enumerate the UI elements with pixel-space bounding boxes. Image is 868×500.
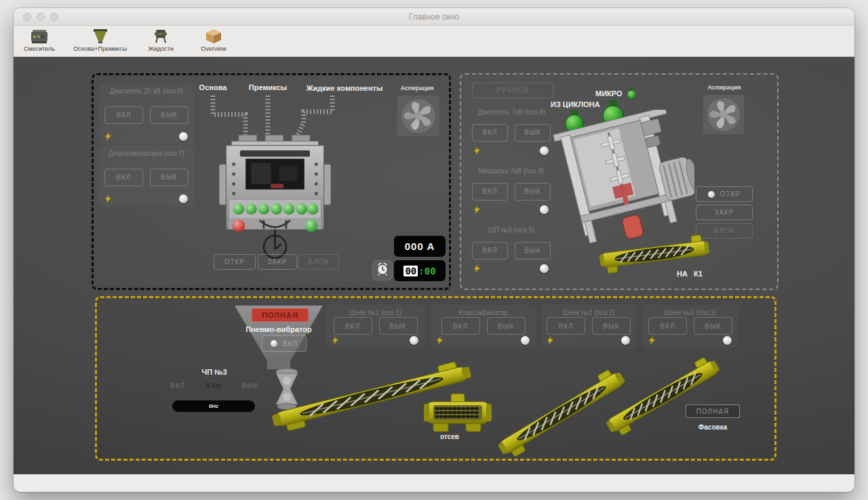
toolbar-item-mixer[interactable]: Смеситель <box>20 28 58 52</box>
current-display: 000 A <box>394 236 446 257</box>
off-button[interactable]: ВЫК <box>592 317 631 335</box>
power-icon <box>437 336 443 345</box>
off-button[interactable]: ВЫК <box>379 317 418 335</box>
toolbar-label: Жидости <box>149 45 174 52</box>
to-k1-label: НА К1 <box>677 270 703 278</box>
screw1-group: Шнек №1 (поз.1) ВКЛ ВЫК <box>326 305 425 348</box>
group-title: Шнек №2 (поз.2) <box>545 309 632 316</box>
micro-label: МИКРО <box>595 89 623 98</box>
aspiration-label: Аспирация <box>393 85 441 91</box>
group-title: Шнек №1 (поз.1) <box>330 309 420 316</box>
off-button[interactable]: ВЫК <box>515 242 551 259</box>
shp5-group: ШП №5 (поз.5) ВКЛ ВЫК <box>468 222 555 276</box>
toolbar-label: Основа+Премиксы <box>73 45 127 52</box>
toolbar: Смеситель Основа+Премиксы Жидости Overvi… <box>14 26 854 57</box>
micro-mixer-machine-image <box>552 110 694 245</box>
close-button[interactable]: ЗАКР <box>258 254 297 270</box>
hopper-icon <box>92 28 109 45</box>
open-button-label: ОТКР <box>720 190 741 198</box>
aspiration-fan-icon <box>703 95 744 134</box>
mixer-machine-icon <box>31 28 48 45</box>
close-window-button[interactable] <box>23 13 31 21</box>
toolbar-item-base-premixes[interactable]: Основа+Премиксы <box>73 28 127 52</box>
vfd-off-button[interactable]: ВЫК <box>242 382 258 390</box>
group-title: Шнек №3 (поз.3) <box>647 309 734 316</box>
mixer-machine-image <box>219 135 331 259</box>
status-led <box>410 336 418 345</box>
timer-display[interactable]: 00:00 <box>394 260 446 281</box>
on-button[interactable]: ВКЛ <box>648 317 687 335</box>
window-title: Главное окно <box>409 12 459 22</box>
minimize-window-button[interactable] <box>37 13 45 21</box>
status-led <box>521 336 530 345</box>
hopper-full-indicator: ПОЛНАЯ <box>252 308 309 322</box>
power-icon <box>474 146 480 155</box>
power-icon <box>547 336 553 345</box>
sieve-drum-image <box>424 394 492 433</box>
status-dot-icon <box>708 191 715 198</box>
vibrator-on-label: ВКЛ <box>283 340 298 348</box>
block-button[interactable]: БЛОК <box>298 254 339 270</box>
on-button[interactable]: ВКЛ <box>472 124 508 142</box>
screw2-group: Шнек №2 (поз.2) ВКЛ ВЫК <box>541 305 636 348</box>
power-icon <box>649 336 655 345</box>
vfd-frequency: 0 Hz <box>206 381 222 390</box>
scada-canvas: Двигатель 20 кВ (поз.6) ВКЛ ВЫК Деагломе… <box>14 57 854 474</box>
on-button[interactable]: ВКЛ <box>472 183 508 201</box>
timer-minutes[interactable]: 00 <box>403 266 418 276</box>
on-button[interactable]: ВКЛ <box>441 317 480 335</box>
status-led <box>540 264 549 273</box>
toolbar-item-liquids[interactable]: Жидости <box>142 28 180 52</box>
group-title: Классификатор <box>435 309 532 316</box>
titlebar: Главное окно <box>14 8 854 26</box>
on-button[interactable]: ВКЛ <box>472 242 508 259</box>
motor-7kv-group: Двигатель 7кВ (поз.8) ВКЛ ВЫК <box>468 104 555 159</box>
status-dot-icon <box>271 340 277 347</box>
on-button[interactable]: ВКЛ <box>547 317 585 335</box>
zoom-window-button[interactable] <box>50 13 58 21</box>
status-led <box>621 336 630 345</box>
alarm-clock-icon <box>375 262 390 279</box>
off-button[interactable]: ВЫК <box>515 183 551 201</box>
status-led <box>540 205 549 214</box>
vfd-frequency-bar: 0Hz <box>172 400 255 412</box>
screw3-group: Шнек №3 (поз.3) ВКЛ ВЫК <box>643 305 738 348</box>
toolbar-label: Смеситель <box>24 45 55 52</box>
on-button[interactable]: ВКЛ <box>334 317 372 335</box>
off-button[interactable]: ВЫК <box>694 317 732 335</box>
app-window: Главное окно Смеситель Основа+Премиксы Ж… <box>14 8 854 492</box>
vfd-title: ЧП №3 <box>184 368 245 376</box>
pneumo-vibrator-label: Пневмо-вибратор <box>235 325 323 333</box>
vfd-controls: ВКЛ 0 Hz ВЫК <box>170 381 258 390</box>
packing-full-button[interactable]: ПОЛНАЯ <box>686 404 740 418</box>
open-button[interactable]: ОТКР <box>214 254 256 270</box>
micro-panel: РУЧНОЙ Двигатель 7кВ (поз.8) ВКЛ ВЫК Меш… <box>460 73 778 290</box>
sieve-label: отсев <box>419 433 480 440</box>
off-button[interactable]: ВЫК <box>515 124 551 142</box>
toolbar-item-overview[interactable]: Overview <box>195 28 233 52</box>
status-led <box>723 336 732 345</box>
mixer-panel: Двигатель 20 кВ (поз.6) ВКЛ ВЫК Деагломе… <box>92 73 451 290</box>
timer-clock-button[interactable] <box>372 260 393 280</box>
micro-valve-icon <box>627 88 637 102</box>
from-cyclone-label: ИЗ ЦИКЛОНА <box>551 100 600 108</box>
power-icon <box>474 205 480 214</box>
aspiration-label: Аспирация <box>702 84 747 91</box>
power-icon <box>332 336 338 345</box>
vfd-on-button[interactable]: ВКЛ <box>170 382 185 390</box>
vibrator-on-button[interactable]: ВКЛ <box>262 335 307 352</box>
group-title: Двигатель 7кВ (поз.8) <box>472 108 551 116</box>
manual-mode-button[interactable]: РУЧНОЙ <box>472 83 553 98</box>
liquids-machine-icon <box>152 28 170 45</box>
close-button[interactable]: ЗАКР <box>696 205 753 220</box>
open-button[interactable]: ОТКР <box>696 186 753 202</box>
aspiration-fan-icon <box>397 96 439 136</box>
group-title: ШП №5 (поз.5) <box>472 226 551 234</box>
packing-panel: ПОЛНАЯ Пневмо-вибратор ВКЛ ЧП №3 ВКЛ 0 H… <box>95 296 776 461</box>
packing-label: Фасовка <box>688 423 737 431</box>
window-controls <box>23 13 58 21</box>
power-icon <box>474 264 480 273</box>
group-title: Мешалка 7кВ (поз.9) <box>472 167 551 175</box>
status-led <box>540 146 549 155</box>
off-button[interactable]: ВЫК <box>487 317 526 335</box>
